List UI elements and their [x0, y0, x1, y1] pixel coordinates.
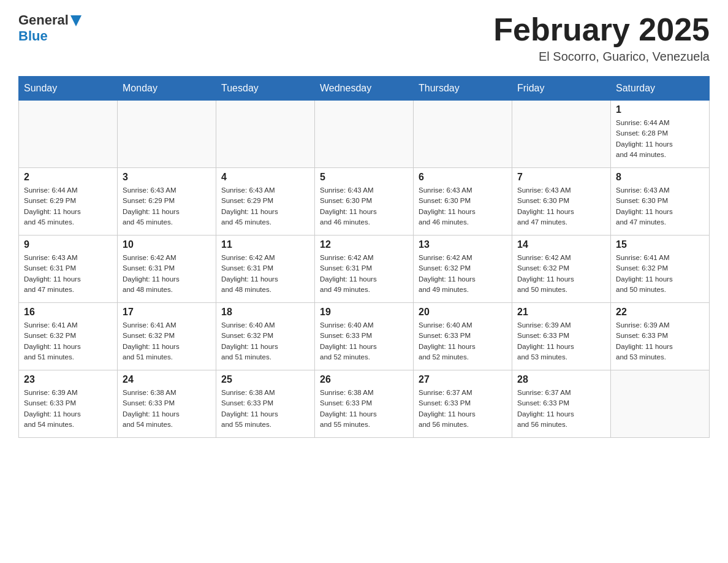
- day-number: 21: [517, 307, 605, 318]
- day-of-week-header: Wednesday: [315, 77, 414, 101]
- day-number: 3: [123, 172, 211, 183]
- day-of-week-header: Friday: [512, 77, 611, 101]
- calendar-day-cell: 6Sunrise: 6:43 AM Sunset: 6:30 PM Daylig…: [414, 168, 512, 236]
- day-number: 11: [221, 239, 309, 250]
- day-number: 28: [517, 374, 605, 385]
- calendar-body: 1Sunrise: 6:44 AM Sunset: 6:28 PM Daylig…: [19, 101, 710, 438]
- day-info: Sunrise: 6:43 AM Sunset: 6:31 PM Dayligh…: [24, 253, 112, 295]
- day-number: 22: [616, 307, 704, 318]
- day-of-week-header: Tuesday: [216, 77, 315, 101]
- day-number: 14: [517, 239, 605, 250]
- day-number: 20: [419, 307, 507, 318]
- day-info: Sunrise: 6:37 AM Sunset: 6:33 PM Dayligh…: [517, 388, 605, 430]
- day-info: Sunrise: 6:38 AM Sunset: 6:33 PM Dayligh…: [123, 388, 211, 430]
- logo-text: General: [18, 12, 82, 28]
- logo-blue-text: Blue: [18, 28, 48, 44]
- day-number: 10: [123, 239, 211, 250]
- day-number: 15: [616, 239, 704, 250]
- calendar-day-cell: [19, 101, 118, 168]
- calendar-day-cell: 2Sunrise: 6:44 AM Sunset: 6:29 PM Daylig…: [19, 168, 118, 236]
- day-info: Sunrise: 6:44 AM Sunset: 6:29 PM Dayligh…: [24, 185, 112, 228]
- calendar-day-cell: [414, 101, 512, 168]
- calendar-day-cell: 17Sunrise: 6:41 AM Sunset: 6:32 PM Dayli…: [118, 303, 216, 370]
- calendar-day-cell: [118, 101, 216, 168]
- day-info: Sunrise: 6:39 AM Sunset: 6:33 PM Dayligh…: [517, 320, 605, 362]
- calendar-day-cell: 22Sunrise: 6:39 AM Sunset: 6:33 PM Dayli…: [611, 303, 710, 370]
- calendar-day-cell: [216, 101, 315, 168]
- logo-general-text: General: [18, 12, 69, 28]
- day-info: Sunrise: 6:40 AM Sunset: 6:33 PM Dayligh…: [320, 320, 408, 362]
- calendar-day-cell: 1Sunrise: 6:44 AM Sunset: 6:28 PM Daylig…: [611, 101, 710, 168]
- calendar-day-cell: 7Sunrise: 6:43 AM Sunset: 6:30 PM Daylig…: [512, 168, 611, 236]
- day-info: Sunrise: 6:42 AM Sunset: 6:31 PM Dayligh…: [221, 253, 309, 295]
- logo-triangle-icon: [70, 15, 82, 26]
- calendar-day-cell: 25Sunrise: 6:38 AM Sunset: 6:33 PM Dayli…: [216, 370, 315, 438]
- day-number: 8: [616, 172, 704, 183]
- day-info: Sunrise: 6:42 AM Sunset: 6:31 PM Dayligh…: [320, 253, 408, 295]
- logo: General Blue: [18, 12, 82, 44]
- svg-marker-0: [70, 15, 82, 26]
- day-number: 9: [24, 239, 112, 250]
- calendar-day-cell: [512, 101, 611, 168]
- calendar-day-cell: 10Sunrise: 6:42 AM Sunset: 6:31 PM Dayli…: [118, 236, 216, 303]
- day-number: 27: [419, 374, 507, 385]
- location-text: El Socorro, Guarico, Venezuela: [493, 50, 710, 64]
- calendar-day-cell: 8Sunrise: 6:43 AM Sunset: 6:30 PM Daylig…: [611, 168, 710, 236]
- days-of-week-row: SundayMondayTuesdayWednesdayThursdayFrid…: [19, 77, 710, 101]
- day-info: Sunrise: 6:43 AM Sunset: 6:29 PM Dayligh…: [221, 185, 309, 228]
- calendar-day-cell: 12Sunrise: 6:42 AM Sunset: 6:31 PM Dayli…: [315, 236, 414, 303]
- day-info: Sunrise: 6:41 AM Sunset: 6:32 PM Dayligh…: [123, 320, 211, 362]
- calendar-week-row: 1Sunrise: 6:44 AM Sunset: 6:28 PM Daylig…: [19, 101, 710, 168]
- calendar-day-cell: 18Sunrise: 6:40 AM Sunset: 6:32 PM Dayli…: [216, 303, 315, 370]
- calendar-day-cell: 19Sunrise: 6:40 AM Sunset: 6:33 PM Dayli…: [315, 303, 414, 370]
- day-number: 13: [419, 239, 507, 250]
- day-info: Sunrise: 6:37 AM Sunset: 6:33 PM Dayligh…: [419, 388, 507, 430]
- day-info: Sunrise: 6:41 AM Sunset: 6:32 PM Dayligh…: [24, 320, 112, 362]
- day-number: 4: [221, 172, 309, 183]
- calendar-day-cell: 11Sunrise: 6:42 AM Sunset: 6:31 PM Dayli…: [216, 236, 315, 303]
- calendar-day-cell: 16Sunrise: 6:41 AM Sunset: 6:32 PM Dayli…: [19, 303, 118, 370]
- calendar-day-cell: 28Sunrise: 6:37 AM Sunset: 6:33 PM Dayli…: [512, 370, 611, 438]
- calendar-week-row: 9Sunrise: 6:43 AM Sunset: 6:31 PM Daylig…: [19, 236, 710, 303]
- day-info: Sunrise: 6:39 AM Sunset: 6:33 PM Dayligh…: [616, 320, 704, 362]
- day-number: 6: [419, 172, 507, 183]
- day-number: 7: [517, 172, 605, 183]
- day-of-week-header: Thursday: [414, 77, 512, 101]
- day-info: Sunrise: 6:43 AM Sunset: 6:30 PM Dayligh…: [517, 185, 605, 228]
- day-info: Sunrise: 6:42 AM Sunset: 6:31 PM Dayligh…: [123, 253, 211, 295]
- day-info: Sunrise: 6:43 AM Sunset: 6:30 PM Dayligh…: [320, 185, 408, 228]
- calendar-header: SundayMondayTuesdayWednesdayThursdayFrid…: [19, 77, 710, 101]
- calendar-day-cell: [611, 370, 710, 438]
- calendar-day-cell: 23Sunrise: 6:39 AM Sunset: 6:33 PM Dayli…: [19, 370, 118, 438]
- calendar-day-cell: 21Sunrise: 6:39 AM Sunset: 6:33 PM Dayli…: [512, 303, 611, 370]
- day-number: 16: [24, 307, 112, 318]
- calendar-table: SundayMondayTuesdayWednesdayThursdayFrid…: [18, 76, 710, 438]
- calendar-day-cell: 13Sunrise: 6:42 AM Sunset: 6:32 PM Dayli…: [414, 236, 512, 303]
- day-of-week-header: Monday: [118, 77, 216, 101]
- day-info: Sunrise: 6:42 AM Sunset: 6:32 PM Dayligh…: [419, 253, 507, 295]
- day-number: 1: [616, 104, 704, 115]
- calendar-day-cell: 24Sunrise: 6:38 AM Sunset: 6:33 PM Dayli…: [118, 370, 216, 438]
- calendar-day-cell: 14Sunrise: 6:42 AM Sunset: 6:32 PM Dayli…: [512, 236, 611, 303]
- day-number: 19: [320, 307, 408, 318]
- day-of-week-header: Sunday: [19, 77, 118, 101]
- day-info: Sunrise: 6:43 AM Sunset: 6:29 PM Dayligh…: [123, 185, 211, 228]
- day-info: Sunrise: 6:43 AM Sunset: 6:30 PM Dayligh…: [616, 185, 704, 228]
- day-number: 18: [221, 307, 309, 318]
- day-info: Sunrise: 6:40 AM Sunset: 6:32 PM Dayligh…: [221, 320, 309, 362]
- day-info: Sunrise: 6:43 AM Sunset: 6:30 PM Dayligh…: [419, 185, 507, 228]
- day-number: 25: [221, 374, 309, 385]
- calendar-day-cell: 26Sunrise: 6:38 AM Sunset: 6:33 PM Dayli…: [315, 370, 414, 438]
- calendar-day-cell: 15Sunrise: 6:41 AM Sunset: 6:32 PM Dayli…: [611, 236, 710, 303]
- calendar-day-cell: 3Sunrise: 6:43 AM Sunset: 6:29 PM Daylig…: [118, 168, 216, 236]
- calendar-day-cell: 20Sunrise: 6:40 AM Sunset: 6:33 PM Dayli…: [414, 303, 512, 370]
- day-info: Sunrise: 6:38 AM Sunset: 6:33 PM Dayligh…: [320, 388, 408, 430]
- day-number: 24: [123, 374, 211, 385]
- calendar-week-row: 16Sunrise: 6:41 AM Sunset: 6:32 PM Dayli…: [19, 303, 710, 370]
- calendar-day-cell: 27Sunrise: 6:37 AM Sunset: 6:33 PM Dayli…: [414, 370, 512, 438]
- day-info: Sunrise: 6:44 AM Sunset: 6:28 PM Dayligh…: [616, 118, 704, 160]
- calendar-day-cell: 4Sunrise: 6:43 AM Sunset: 6:29 PM Daylig…: [216, 168, 315, 236]
- day-info: Sunrise: 6:39 AM Sunset: 6:33 PM Dayligh…: [24, 388, 112, 430]
- calendar-week-row: 2Sunrise: 6:44 AM Sunset: 6:29 PM Daylig…: [19, 168, 710, 236]
- month-title: February 2025: [493, 12, 710, 47]
